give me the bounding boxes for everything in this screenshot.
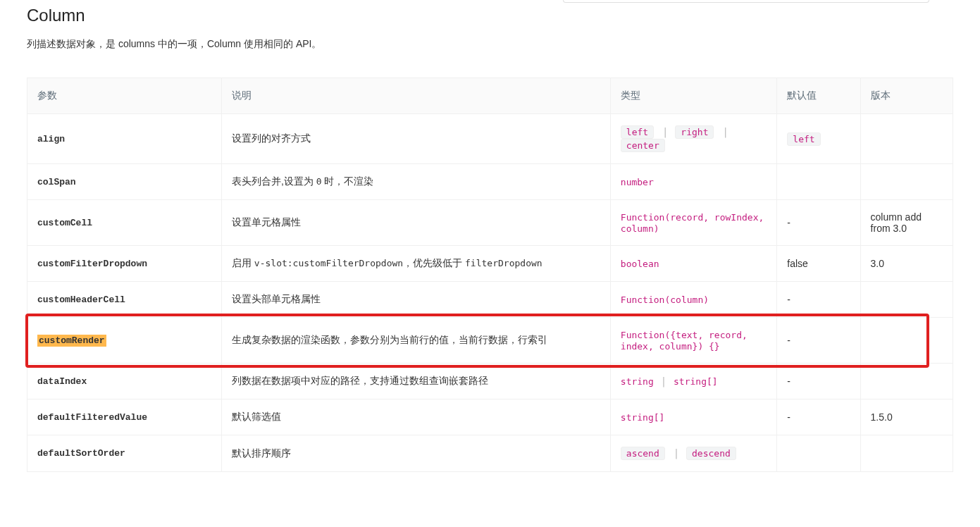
type-text: Function(record, rowIndex, column) [621,212,764,234]
param-name: defaultSortOrder [27,435,222,472]
desc-text: 时，不渲染 [322,175,374,187]
col-header-param: 参数 [27,78,222,114]
type-option: right [675,125,714,139]
type-option: ascend [621,447,665,460]
param-type: Function(record, rowIndex, column) [610,200,777,246]
param-version: 3.0 [860,246,953,282]
param-desc: 生成复杂数据的渲染函数，参数分别为当前行的值，当前行数据，行索引 [221,318,610,364]
col-header-desc: 说明 [221,78,610,114]
param-version [860,364,953,399]
param-name: dataIndex [27,364,222,399]
param-version [860,435,953,472]
type-option: string [621,376,654,387]
table-row: customFilterDropdown 启用 v-slot:customFil… [27,246,953,282]
highlighted-param: customRender [37,335,106,347]
param-desc: 设置单元格属性 [221,200,610,246]
param-desc: 表头列合并,设置为 0 时，不渲染 [221,164,610,200]
type-text: Function(column) [621,294,709,305]
table-row: customCell 设置单元格属性 Function(record, rowI… [27,200,953,246]
param-version: 1.5.0 [860,399,953,435]
table-row: customHeaderCell 设置头部单元格属性 Function(colu… [27,282,953,318]
pipe-separator: | [718,126,732,137]
desc-code: 0 [316,176,322,187]
param-version [860,114,953,164]
param-desc: 默认排序顺序 [221,435,610,472]
desc-code: v-slot:customFilterDropdown [254,258,403,268]
table-row: dataIndex 列数据在数据项中对应的路径，支持通过数组查询嵌套路径 str… [27,364,953,399]
col-header-type: 类型 [610,78,777,114]
col-header-version: 版本 [860,78,953,114]
param-type: string | string[] [610,364,777,399]
param-type: boolean [610,246,777,282]
type-option: string[] [674,376,718,387]
table-row: colSpan 表头列合并,设置为 0 时，不渲染 number [27,164,953,200]
pipe-separator: | [658,126,672,137]
param-type: number [610,164,777,200]
table-row: defaultFilteredValue 默认筛选值 string[] - 1.… [27,399,953,435]
table-row: defaultSortOrder 默认排序顺序 ascend | descend [27,435,953,472]
api-table-wrapper: 参数 说明 类型 默认值 版本 align 设置列的对齐方式 left | ri… [27,78,953,472]
param-name: colSpan [27,164,222,200]
param-name: customFilterDropdown [27,246,222,282]
param-type: left | right | center [610,114,777,164]
param-name: customCell [27,200,222,246]
param-default: false [777,246,860,282]
param-type: ascend | descend [610,435,777,472]
section-title: Column [27,6,953,25]
param-version: column add from 3.0 [860,200,953,246]
param-default: - [777,200,860,246]
param-desc: 默认筛选值 [221,399,610,435]
table-header-row: 参数 说明 类型 默认值 版本 [27,78,953,114]
param-name: defaultFilteredValue [27,399,222,435]
type-text: string[] [621,412,665,423]
desc-text: 启用 [232,257,254,268]
param-default: - [777,399,860,435]
desc-text: ，优先级低于 [403,257,465,268]
param-desc: 设置列的对齐方式 [221,114,610,164]
param-version [860,164,953,200]
pipe-separator: | [657,376,671,387]
param-default: - [777,318,860,364]
desc-text: 表头列合并,设置为 [232,175,316,187]
param-desc: 启用 v-slot:customFilterDropdown，优先级低于 fil… [221,246,610,282]
param-default: - [777,364,860,399]
param-desc: 列数据在数据项中对应的路径，支持通过数组查询嵌套路径 [221,364,610,399]
param-default: - [777,282,860,318]
type-option: left [621,125,654,139]
table-row: align 设置列的对齐方式 left | right | center lef… [27,114,953,164]
param-type: Function({text, record, index, column}) … [610,318,777,364]
param-type: string[] [610,399,777,435]
default-value-tag: left [787,132,820,146]
pipe-separator: | [669,447,683,459]
api-table: 参数 说明 类型 默认值 版本 align 设置列的对齐方式 left | ri… [27,78,953,472]
desc-code: filterDropdown [465,258,542,268]
search-box-collapsed[interactable] [563,0,929,3]
col-header-default: 默认值 [777,78,860,114]
type-option: descend [686,447,736,460]
param-type: Function(column) [610,282,777,318]
param-version [860,318,953,364]
type-text: number [621,177,654,187]
param-name: align [27,114,222,164]
param-desc: 设置头部单元格属性 [221,282,610,318]
param-name: customHeaderCell [27,282,222,318]
type-text: Function({text, record, index, column}) … [621,330,748,352]
table-row-highlighted: customRender 生成复杂数据的渲染函数，参数分别为当前行的值，当前行数… [27,318,953,364]
param-default [777,435,860,472]
param-default [777,164,860,200]
type-text: boolean [621,259,659,269]
section-intro: 列描述数据对象，是 columns 中的一项，Column 使用相同的 API。 [27,38,953,51]
param-name: customRender [27,318,222,364]
param-version [860,282,953,318]
param-default: left [777,114,860,164]
type-option: center [621,139,665,152]
